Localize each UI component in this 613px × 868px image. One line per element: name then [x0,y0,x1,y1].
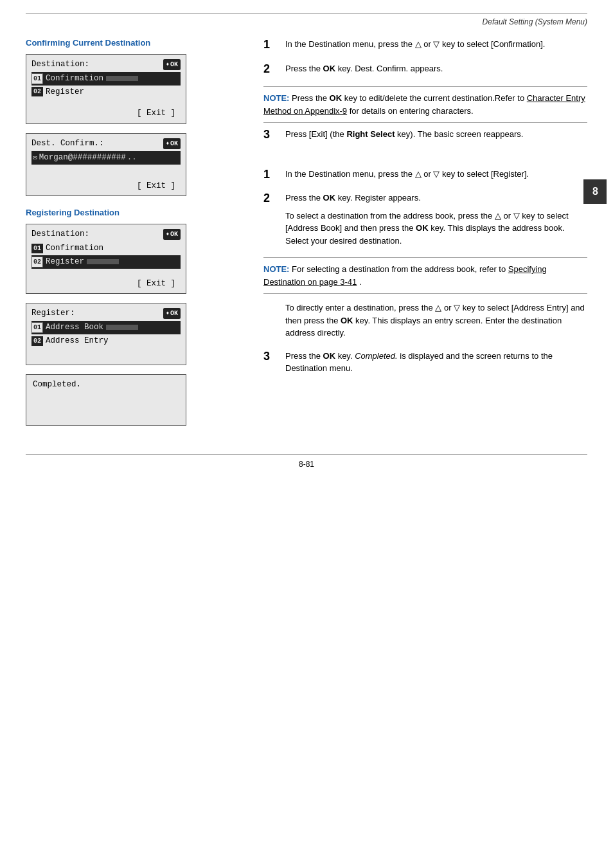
lcd-title-row-4: Register: OK [31,307,181,320]
section1-title: Confirming Current Destination [26,38,244,48]
ok-bold-note: OK [330,93,342,103]
lcd-num-1: 01 [31,73,43,84]
lcd-title-row-2: Dest. Confirm.: OK [31,138,181,150]
lcd-email-row: ✉ Morgan@########### .. [31,151,181,165]
completed-italic: Completed. [355,351,397,361]
lcd-ok-2: OK [163,138,181,149]
note-text-2: For selecting a destination from the add… [292,264,508,274]
step-s1-3: 3 Press [Exit] (the Right Select key). T… [263,128,587,142]
lcd-row-4: 02 Address Entry [31,334,181,348]
note-label-1: NOTE: [263,93,289,103]
step-content-s2-1: In the Destination menu, press the △ or … [285,168,587,181]
lcd-title-row-3: Destination: OK [31,228,181,240]
lcd-num-6: 02 [31,336,43,346]
lcd-num-2: 02 [31,87,43,96]
top-rule [26,13,587,14]
sub-para: To directly enter a destination, press t… [285,302,587,339]
ok-bold-3: OK [341,316,353,325]
step-num-s1-3: 3 [263,128,276,142]
lcd-footer-1: [ Exit ] [31,107,181,120]
note-box-2: NOTE: For selecting a destination from t… [263,257,587,294]
note-label-2: NOTE: [263,264,289,274]
lcd-ok-1: OK [163,59,181,70]
step-num-s1-2: 2 [263,62,276,77]
section2-title: Registering Destination [26,208,244,217]
lcd-completed-text: Completed. [33,380,81,389]
lcd-num-5: 01 [31,322,43,333]
note-text-2b: . [359,277,362,287]
right-select-bold: Right Select [346,129,395,139]
ok-bold-1: OK [323,64,336,73]
lcd-email-value: Morgan@########### [39,152,126,164]
lcd-label-register: Register [46,86,84,98]
lcd-label-addrentry: Address Entry [46,335,109,347]
lcd-num-3: 01 [31,244,43,253]
lcd-screen-dest-confirm: Dest. Confirm.: OK ✉ Morgan@########### … [26,133,186,196]
ok-bold-4: OK [323,351,336,361]
ok-bold-2: OK [323,193,336,203]
lcd-label-conf2: Confirmation [46,242,103,255]
note-text-1: Press the OK key to edit/delete the curr… [292,93,527,103]
step-num-s2-1: 1 [263,168,276,182]
lcd-row-selected-1: 01 Confirmation [31,72,181,86]
step-s1-1: 1 In the Destination menu, press the △ o… [263,38,587,52]
step-s1-2: 2 Press the OK key. Dest. Confirm. appea… [263,62,587,77]
lcd-footer-3: [ Exit ] [31,278,181,290]
lcd-title-1: Destination: [31,59,89,71]
lcd-screen-dest1: Destination: OK 01 Confirmation 02 Regis… [26,54,186,124]
page-layout: Confirming Current Destination Destinati… [26,38,587,435]
step-content-s1-2: Press the OK key. Dest. Confirm. appears… [285,62,587,75]
step-content-s1-1: In the Destination menu, press the △ or … [285,38,587,51]
lcd-ok-4: OK [163,308,181,319]
lcd-ok-3: OK [163,229,181,240]
lcd-screen-dest2: Destination: OK 01 Confirmation 02 Regis… [26,224,186,294]
note-box-1: NOTE: Press the OK key to edit/delete th… [263,86,587,123]
ok-bold-2b: OK [416,223,429,233]
header-title: Default Setting (System Menu) [483,17,587,26]
step-s2-1: 1 In the Destination menu, press the △ o… [263,168,587,182]
step-s2-2-sub: To select a destination from the address… [285,210,587,248]
lcd-title-2: Dest. Confirm.: [31,138,104,150]
right-column: 1 In the Destination menu, press the △ o… [263,38,587,435]
step-num-s2-3: 3 [263,350,276,364]
left-column: Confirming Current Destination Destinati… [26,38,244,435]
lcd-title-row-1: Destination: OK [31,59,181,71]
step-s2-3: 3 Press the OK key. Completed. is displa… [263,350,587,375]
step-num-s2-2: 2 [263,192,276,206]
step-s2-2: 2 Press the OK key. Register appears. To… [263,192,587,247]
chapter-badge: 8 [583,179,607,204]
lcd-row-selected-3: 01 Address Book [31,321,181,334]
right-content: 1 In the Destination menu, press the △ o… [263,38,587,375]
lcd-footer-2: [ Exit ] [31,180,181,192]
lcd-label-confirmation: Confirmation [46,73,103,85]
lcd-row-2: 02 Register [31,86,181,99]
lcd-title-3: Destination: [31,228,89,240]
lcd-row-3: 01 Confirmation [31,242,181,255]
lcd-label-addrbook: Address Book [46,321,103,334]
email-icon: ✉ [33,152,37,163]
lcd-screen-completed: Completed. [26,374,186,426]
lcd-screen-register: Register: OK 01 Address Book 02 Address … [26,303,186,365]
lcd-row-selected-2: 02 Register [31,255,181,269]
note-text-1b: for details on entering characters. [350,106,474,116]
lcd-num-4: 02 [31,257,43,267]
step-content-s1-3: Press [Exit] (the Right Select key). The… [285,128,587,141]
page-number: 8-81 [26,454,587,469]
section2-steps-area: 1 In the Destination menu, press the △ o… [263,168,587,375]
step-content-s2-2: Press the OK key. Register appears. To s… [285,192,587,247]
lcd-title-4: Register: [31,307,75,320]
step-num-s1-1: 1 [263,38,276,52]
step-content-s2-3: Press the OK key. Completed. is displaye… [285,350,587,375]
page-header: Default Setting (System Menu) [26,17,587,26]
lcd-label-register2: Register [46,256,84,268]
